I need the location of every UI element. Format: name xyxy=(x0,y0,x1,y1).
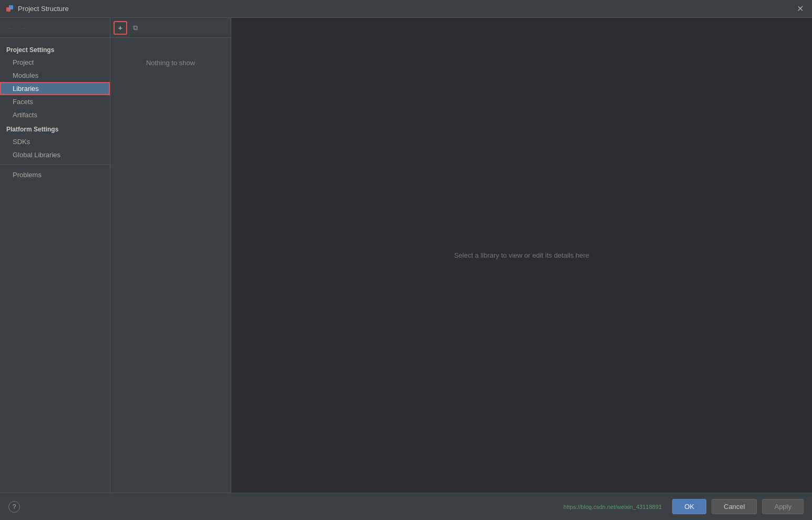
main-content: ← → Project Settings Project Modules Lib… xyxy=(0,18,812,493)
status-url: https://blog.csdn.net/weixin_43118891 xyxy=(563,504,662,510)
project-structure-icon xyxy=(5,4,15,14)
back-button[interactable]: ← xyxy=(4,22,16,34)
sidebar-item-project[interactable]: Project xyxy=(0,56,110,69)
sidebar-divider xyxy=(0,165,110,165)
center-toolbar: + ⧉ xyxy=(110,18,231,38)
sidebar-item-modules[interactable]: Modules xyxy=(0,69,110,82)
cancel-button[interactable]: Cancel xyxy=(712,499,757,514)
title-bar: Project Structure ✕ xyxy=(0,0,812,18)
sidebar-item-libraries[interactable]: Libraries xyxy=(0,82,110,95)
right-panel: Select a library to view or edit its det… xyxy=(231,18,812,493)
forward-button[interactable]: → xyxy=(18,22,29,34)
sidebar-item-global-libraries[interactable]: Global Libraries xyxy=(0,148,110,161)
add-library-button[interactable]: + xyxy=(114,21,127,35)
project-settings-label: Project Settings xyxy=(0,42,110,56)
select-hint-text: Select a library to view or edit its det… xyxy=(454,251,589,259)
bottom-right: https://blog.csdn.net/weixin_43118891 OK… xyxy=(563,499,804,514)
svg-rect-1 xyxy=(9,5,13,9)
ok-button[interactable]: OK xyxy=(672,499,706,514)
sidebar: ← → Project Settings Project Modules Lib… xyxy=(0,18,110,493)
apply-button[interactable]: Apply xyxy=(762,499,804,514)
bottom-bar: ? https://blog.csdn.net/weixin_43118891 … xyxy=(0,493,812,520)
sidebar-item-sdks[interactable]: SDKs xyxy=(0,135,110,148)
nothing-to-show-text: Nothing to show xyxy=(146,59,195,67)
nav-toolbar: ← → xyxy=(0,18,110,38)
sidebar-item-problems[interactable]: Problems xyxy=(0,168,110,181)
title-bar-left: Project Structure xyxy=(5,4,69,14)
close-button[interactable]: ✕ xyxy=(794,3,807,15)
copy-library-button[interactable]: ⧉ xyxy=(128,21,142,35)
center-panel: + ⧉ Nothing to show xyxy=(110,18,231,493)
platform-settings-label: Platform Settings xyxy=(0,121,110,135)
window-title: Project Structure xyxy=(18,5,69,13)
sidebar-item-artifacts[interactable]: Artifacts xyxy=(0,108,110,121)
help-button[interactable]: ? xyxy=(8,501,20,513)
sidebar-item-facets[interactable]: Facets xyxy=(0,95,110,108)
center-content: Nothing to show xyxy=(110,38,231,493)
sidebar-nav: Project Settings Project Modules Librari… xyxy=(0,38,110,493)
bottom-left: ? xyxy=(8,501,20,513)
